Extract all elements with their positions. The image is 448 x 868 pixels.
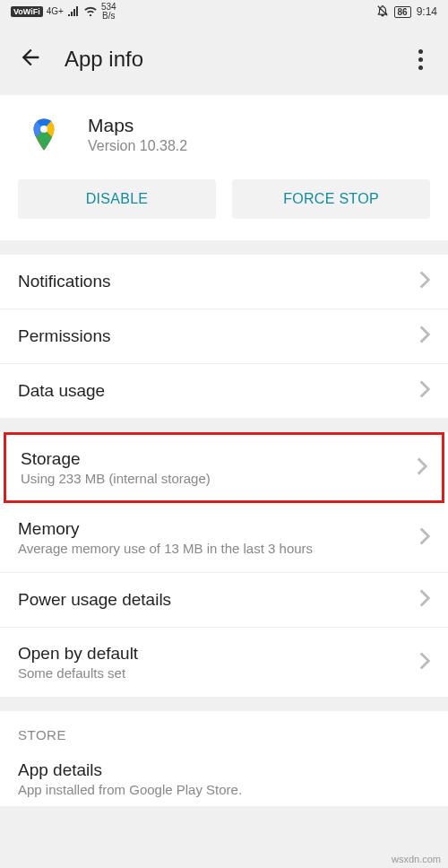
svg-point-0 xyxy=(40,126,47,133)
chevron-right-icon xyxy=(419,271,430,292)
chevron-right-icon xyxy=(417,457,427,479)
storage-item[interactable]: Storage Using 233 MB (internal storage) xyxy=(4,432,444,503)
app-bar: App info xyxy=(0,23,448,95)
permissions-item[interactable]: Permissions xyxy=(0,309,448,364)
chevron-right-icon xyxy=(419,326,430,347)
notifications-off-icon xyxy=(376,4,389,20)
network-type: 4G+ xyxy=(47,7,64,16)
app-summary: Maps Version 10.38.2 xyxy=(0,95,448,179)
chevron-right-icon xyxy=(419,380,430,402)
data-usage-label: Data usage xyxy=(18,381,419,401)
app-details-subtitle: App installed from Google Play Store. xyxy=(18,782,430,797)
settings-list-2: Storage Using 233 MB (internal storage) … xyxy=(0,432,448,697)
memory-label: Memory xyxy=(18,519,419,539)
power-label: Power usage details xyxy=(18,590,419,610)
status-bar: VoWiFi 4G+ 534 B/s 86 9:14 xyxy=(0,0,448,23)
settings-list-1: Notifications Permissions Data usage xyxy=(0,255,448,418)
chevron-right-icon xyxy=(419,652,430,673)
more-options-icon[interactable] xyxy=(411,42,430,77)
signal-bars-icon xyxy=(67,5,80,19)
chevron-right-icon xyxy=(419,589,430,611)
maps-app-icon xyxy=(25,116,63,153)
open-default-label: Open by default xyxy=(18,644,419,664)
data-usage-item[interactable]: Data usage xyxy=(0,364,448,418)
clock: 9:14 xyxy=(417,5,437,18)
disable-button[interactable]: DISABLE xyxy=(18,179,216,219)
memory-subtitle: Average memory use of 13 MB in the last … xyxy=(18,541,419,556)
page-title: App info xyxy=(65,47,411,72)
memory-item[interactable]: Memory Average memory use of 13 MB in th… xyxy=(0,503,448,573)
network-speed: 534 B/s xyxy=(101,3,116,21)
open-default-subtitle: Some defaults set xyxy=(18,665,419,681)
app-details-item[interactable]: App details App installed from Google Pl… xyxy=(0,748,448,806)
back-arrow-icon[interactable] xyxy=(18,45,43,74)
chevron-right-icon xyxy=(419,527,430,549)
permissions-label: Permissions xyxy=(18,326,419,346)
app-version: Version 10.38.2 xyxy=(88,138,187,154)
storage-label: Storage xyxy=(21,449,417,469)
watermark: wsxdn.com xyxy=(392,854,441,864)
vowifi-badge: VoWiFi xyxy=(11,6,43,17)
open-by-default-item[interactable]: Open by default Some defaults set xyxy=(0,628,448,697)
battery-indicator: 86 xyxy=(394,6,411,18)
app-details-label: App details xyxy=(18,760,430,780)
power-usage-item[interactable]: Power usage details xyxy=(0,573,448,628)
store-section: STORE App details App installed from Goo… xyxy=(0,711,448,806)
wifi-icon xyxy=(83,5,98,19)
storage-subtitle: Using 233 MB (internal storage) xyxy=(21,471,417,486)
notifications-label: Notifications xyxy=(18,272,419,291)
notifications-item[interactable]: Notifications xyxy=(0,255,448,309)
store-section-header: STORE xyxy=(0,711,448,748)
app-name: Maps xyxy=(88,115,187,136)
force-stop-button[interactable]: FORCE STOP xyxy=(232,179,430,219)
